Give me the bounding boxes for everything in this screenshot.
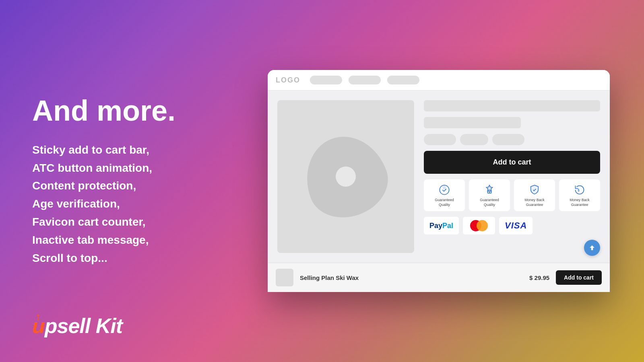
badge-money-back-1: Money BackGuarantee — [514, 179, 555, 211]
sticky-product-thumbnail — [276, 269, 293, 286]
logo-u-letter: u — [32, 314, 45, 338]
visa-text: VISA — [505, 220, 527, 231]
guaranteed-quality-icon-1 — [438, 183, 451, 196]
product-image-circle — [333, 164, 359, 189]
scroll-to-top-button[interactable] — [584, 240, 600, 256]
svg-text:$: $ — [578, 189, 580, 192]
sticky-bar: Selling Plan Ski Wax $ 29.95 Add to cart — [268, 263, 610, 292]
mastercard-circles — [470, 220, 488, 231]
badge-text-3: Money BackGuarantee — [524, 198, 545, 207]
nav-pill-1 — [310, 76, 342, 84]
product-image — [277, 100, 414, 253]
browser-nav: LOGO — [268, 70, 610, 90]
browser-content: Add to cart Guar — [268, 90, 610, 263]
money-back-icon-2: $ — [573, 183, 586, 196]
product-image-shape — [294, 125, 397, 228]
nav-pill-3 — [387, 76, 419, 84]
browser-window: LOGO — [268, 70, 610, 292]
nav-pill-2 — [349, 76, 381, 84]
browser-logo: LOGO — [276, 76, 300, 84]
feature-item-5: Favicon cart counter, — [32, 213, 209, 231]
option-pill-1 — [424, 134, 456, 145]
badge-guaranteed-quality-2: GuaranteedQuality — [469, 179, 510, 211]
logo-suffix: psell Kit — [45, 314, 122, 337]
product-info: Add to cart Guar — [424, 100, 600, 253]
badge-guaranteed-quality-1: GuaranteedQuality — [424, 179, 465, 211]
paypal-text: PayPal — [429, 222, 453, 230]
logo-area: upsell Kit — [32, 314, 122, 338]
paypal-badge: PayPal — [424, 217, 459, 234]
visa-badge: VISA — [499, 217, 533, 234]
money-back-icon-1 — [528, 183, 541, 196]
main-content: And more. Sticky add to cart bar, ATC bu… — [0, 0, 644, 362]
feature-item-2: ATC button animation, — [32, 159, 209, 177]
badge-text-4: Money BackGuarantee — [570, 198, 590, 207]
product-options — [424, 134, 600, 145]
feature-item-1: Sticky add to cart bar, — [32, 141, 209, 159]
feature-item-3: Content protection, — [32, 177, 209, 195]
option-pill-2 — [460, 134, 488, 145]
sticky-product-price: $ 29.95 — [529, 274, 549, 281]
guaranteed-quality-icon-2 — [483, 183, 496, 196]
product-title-bar — [424, 100, 600, 111]
trust-badges: GuaranteedQuality Guarante — [424, 179, 600, 211]
left-panel: And more. Sticky add to cart bar, ATC bu… — [0, 71, 242, 292]
feature-list: Sticky add to cart bar, ATC button anima… — [32, 141, 209, 267]
right-panel: LOGO — [242, 58, 644, 304]
brand-logo: upsell Kit — [32, 314, 122, 337]
sticky-product-name: Selling Plan Ski Wax — [300, 274, 523, 281]
payment-methods: PayPal VISA — [424, 217, 600, 234]
feature-item-6: Inactive tab message, — [32, 231, 209, 249]
badge-text-2: GuaranteedQuality — [480, 198, 499, 207]
product-subtitle-bar — [424, 117, 521, 128]
badge-text-1: GuaranteedQuality — [435, 198, 454, 207]
badge-money-back-2: $ Money BackGuarantee — [559, 179, 600, 211]
arrow-up-icon — [588, 244, 596, 251]
mastercard-badge — [463, 217, 495, 234]
feature-item-4: Age verification, — [32, 195, 209, 213]
add-to-cart-button[interactable]: Add to cart — [424, 151, 600, 174]
option-pill-3 — [492, 134, 524, 145]
mc-right-circle — [477, 220, 488, 231]
headline: And more. — [32, 95, 209, 127]
feature-item-7: Scroll to top... — [32, 249, 209, 267]
sticky-add-to-cart-button[interactable]: Add to cart — [556, 270, 602, 285]
